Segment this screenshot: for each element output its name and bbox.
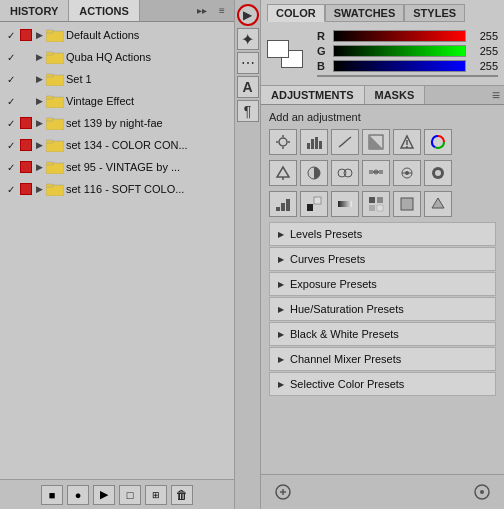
folder-icon xyxy=(46,72,64,86)
levels-icon-btn[interactable] xyxy=(300,129,328,155)
color-indicator xyxy=(20,183,32,195)
tab-color[interactable]: COLOR xyxy=(267,4,325,22)
checkbox[interactable]: ✓ xyxy=(4,138,18,152)
preset-curves[interactable]: ▶ Curves Presets xyxy=(269,247,496,271)
list-item[interactable]: ✓ ▶ set 116 - SOFT COLO... xyxy=(0,178,234,200)
svg-rect-1 xyxy=(46,30,53,33)
tab-icons: ▸▸ ≡ xyxy=(190,0,234,21)
preset-exposure[interactable]: ▶ Exposure Presets xyxy=(269,272,496,296)
blue-slider[interactable] xyxy=(333,60,466,72)
record-button[interactable]: ● xyxy=(67,485,89,505)
pattern-icon-btn[interactable] xyxy=(424,191,452,217)
adj-bottom-left-icon[interactable] xyxy=(269,479,297,505)
expand-icon[interactable]: ▸▸ xyxy=(194,3,210,19)
checkbox[interactable]: ✓ xyxy=(4,50,18,64)
solidcolor-icon-btn[interactable] xyxy=(393,191,421,217)
preset-hue-saturation[interactable]: ▶ Hue/Saturation Presets xyxy=(269,297,496,321)
adj-icons-row-1 xyxy=(269,129,496,155)
r-label: R xyxy=(317,30,329,42)
posterize-icon-btn[interactable] xyxy=(269,191,297,217)
green-slider-row: G 255 xyxy=(317,45,498,57)
channelmixer-icon-btn[interactable] xyxy=(362,160,390,186)
folder-arrow[interactable]: ▶ xyxy=(34,30,44,40)
preset-black-white[interactable]: ▶ Black & White Presets xyxy=(269,322,496,346)
folder-icon xyxy=(46,116,64,130)
curves-icon-btn[interactable] xyxy=(331,129,359,155)
svg-rect-5 xyxy=(46,74,53,77)
preset-label: Hue/Saturation Presets xyxy=(290,303,404,315)
vibrance-icon-btn[interactable] xyxy=(393,129,421,155)
red-slider[interactable] xyxy=(333,30,466,42)
checkbox[interactable]: ✓ xyxy=(4,160,18,174)
invert-icon-btn[interactable] xyxy=(424,160,452,186)
preset-levels[interactable]: ▶ Levels Presets xyxy=(269,222,496,246)
play-button[interactable]: ▶ xyxy=(93,485,115,505)
r-value: 255 xyxy=(470,30,498,42)
new-set-button[interactable]: ⊞ xyxy=(145,485,167,505)
colorlookup-icon-btn[interactable] xyxy=(393,160,421,186)
delete-button[interactable]: 🗑 xyxy=(171,485,193,505)
folder-icon xyxy=(46,138,64,152)
folder-arrow[interactable]: ▶ xyxy=(34,162,44,172)
list-item[interactable]: ✓ ▶ Default Actions xyxy=(0,24,234,46)
menu-icon[interactable]: ≡ xyxy=(214,3,230,19)
selectivecolor-icon-btn[interactable] xyxy=(362,191,390,217)
new-action-button[interactable]: □ xyxy=(119,485,141,505)
colorbalance-icon-btn[interactable] xyxy=(269,160,297,186)
checkbox[interactable]: ✓ xyxy=(4,94,18,108)
play-action-button[interactable]: ▶ xyxy=(237,4,259,26)
adj-menu-icon[interactable]: ≡ xyxy=(488,86,504,104)
folder-arrow[interactable]: ▶ xyxy=(34,118,44,128)
tab-masks[interactable]: MASKS xyxy=(365,86,426,104)
folder-arrow[interactable]: ▶ xyxy=(34,52,44,62)
preset-channel-mixer[interactable]: ▶ Channel Mixer Presets xyxy=(269,347,496,371)
tab-swatches[interactable]: SWATCHES xyxy=(325,4,405,22)
tool-button-1[interactable]: ✦ xyxy=(237,28,259,50)
fg-bg-color-box[interactable] xyxy=(267,40,303,68)
tab-adjustments[interactable]: ADJUSTMENTS xyxy=(261,86,365,104)
checkbox[interactable]: ✓ xyxy=(4,182,18,196)
tool-button-3[interactable]: A xyxy=(237,76,259,98)
svg-rect-48 xyxy=(307,204,313,211)
tool-button-2[interactable]: ⋯ xyxy=(237,52,259,74)
adj-bottom-right-icon[interactable] xyxy=(468,479,496,505)
item-label: Vintage Effect xyxy=(66,95,230,107)
b-label: B xyxy=(317,60,329,72)
bw-icon-btn[interactable] xyxy=(300,160,328,186)
exposure-icon-btn[interactable] xyxy=(362,129,390,155)
list-item[interactable]: ✓ ▶ set 134 - COLOR CON... xyxy=(0,134,234,156)
svg-rect-53 xyxy=(369,205,375,211)
photofilter-icon-btn[interactable] xyxy=(331,160,359,186)
checkbox[interactable]: ✓ xyxy=(4,116,18,130)
list-item[interactable]: ✓ ▶ Set 1 xyxy=(0,68,234,90)
item-label: Default Actions xyxy=(66,29,230,41)
list-item[interactable]: ✓ ▶ set 139 by night-fae xyxy=(0,112,234,134)
gradient-map-icon-btn[interactable] xyxy=(331,191,359,217)
color-indicator xyxy=(20,117,32,129)
tool-button-4[interactable]: ¶ xyxy=(237,100,259,122)
checkbox[interactable]: ✓ xyxy=(4,28,18,42)
list-item[interactable]: ✓ ▶ Quba HQ Actions xyxy=(0,46,234,68)
tab-styles[interactable]: STYLES xyxy=(404,4,465,22)
preset-selective-color[interactable]: ▶ Selective Color Presets xyxy=(269,372,496,396)
tab-actions[interactable]: ACTIONS xyxy=(69,0,140,21)
checkbox[interactable]: ✓ xyxy=(4,72,18,86)
folder-arrow[interactable]: ▶ xyxy=(34,74,44,84)
threshold-icon-btn[interactable] xyxy=(300,191,328,217)
list-item[interactable]: ✓ ▶ set 95 - VINTAGE by ... xyxy=(0,156,234,178)
folder-arrow[interactable]: ▶ xyxy=(34,140,44,150)
folder-arrow[interactable]: ▶ xyxy=(34,96,44,106)
svg-marker-26 xyxy=(369,135,383,149)
svg-rect-23 xyxy=(315,137,318,149)
folder-arrow[interactable]: ▶ xyxy=(34,184,44,194)
green-slider[interactable] xyxy=(333,45,466,57)
stop-button[interactable]: ■ xyxy=(41,485,63,505)
list-item[interactable]: ✓ ▶ Vintage Effect xyxy=(0,90,234,112)
rainbow-gradient-bar[interactable] xyxy=(317,75,498,77)
preset-arrow-icon: ▶ xyxy=(278,280,284,289)
brightness-icon-btn[interactable] xyxy=(269,129,297,155)
hsl-icon-btn[interactable] xyxy=(424,129,452,155)
svg-rect-21 xyxy=(307,143,310,149)
tab-history[interactable]: HISTORY xyxy=(0,0,69,21)
adjustments-section: ADJUSTMENTS MASKS ≡ Add an adjustment xyxy=(261,86,504,509)
